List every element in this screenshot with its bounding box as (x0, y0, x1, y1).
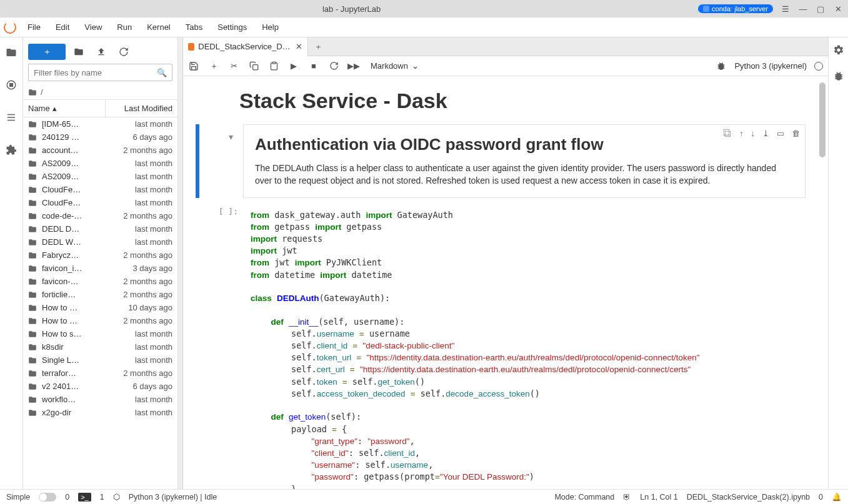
kernel-status-icon[interactable] (814, 62, 823, 71)
breadcrumb[interactable]: / (23, 85, 177, 99)
file-modified: 3 days ago (104, 264, 172, 273)
tab-active[interactable]: DEDL_StackService_Dask(2). ✕ (183, 37, 308, 56)
file-row[interactable]: 240129 …6 days ago (23, 131, 177, 144)
save-icon[interactable] (188, 61, 199, 72)
lsp-icon[interactable]: ⬡ (113, 492, 120, 502)
file-row[interactable]: AS2009…last month (23, 157, 177, 170)
file-row[interactable]: k8sdirlast month (23, 340, 177, 353)
refresh-button[interactable] (114, 44, 133, 60)
kernel-name[interactable]: Python 3 (ipykernel) (734, 61, 807, 71)
file-name: terrafor… (39, 368, 104, 378)
file-row[interactable]: DEDL D…last month (23, 222, 177, 235)
file-name: Single L… (39, 355, 104, 365)
copy-icon[interactable] (248, 61, 259, 72)
paste-icon[interactable] (268, 61, 279, 72)
minimize-icon[interactable]: ― (798, 4, 808, 14)
file-name: How to … (39, 303, 104, 312)
conda-env-pill[interactable]: conda: jlab_server (698, 4, 773, 13)
bug-icon[interactable] (716, 61, 727, 72)
file-row[interactable]: terrafor…2 months ago (23, 367, 177, 380)
folder-icon (28, 159, 39, 168)
file-row[interactable]: favicon_i…3 days ago (23, 262, 177, 275)
scrollbar[interactable] (819, 82, 826, 157)
code-editor[interactable]: from dask_gateway.auth import GatewayAut… (243, 204, 806, 489)
file-row[interactable]: forticlie…2 months ago (23, 288, 177, 301)
new-launcher-button[interactable]: ＋ (28, 44, 66, 60)
file-row[interactable]: code-de-…2 months ago (23, 209, 177, 222)
status-file[interactable]: DEDL_StackService_Dask(2).ipynb (687, 493, 810, 502)
menu-tabs[interactable]: Tabs (178, 17, 210, 37)
file-row[interactable]: [IDM-65…last month (23, 117, 177, 131)
cell-type-select[interactable]: Markdown ⌄ (371, 61, 419, 71)
upload-button[interactable] (92, 44, 111, 60)
file-row[interactable]: x2go-dirlast month (23, 406, 177, 419)
file-list[interactable]: [IDM-65…last month240129 …6 days agoacco… (23, 117, 177, 489)
shield-icon[interactable]: ⛨ (623, 493, 631, 502)
file-row[interactable]: workflo…last month (23, 393, 177, 406)
maximize-icon[interactable]: ▢ (816, 4, 826, 14)
folder-icon (28, 343, 39, 352)
cut-icon[interactable]: ✂ (228, 61, 239, 72)
status-kernel[interactable]: Python 3 (ipykernel) | Idle (129, 493, 217, 502)
move-down-icon[interactable]: ↓ (751, 129, 756, 138)
file-row[interactable]: account…2 months ago (23, 144, 177, 157)
file-row[interactable]: v2 2401…6 days ago (23, 380, 177, 393)
terminal-badge[interactable]: >_ (78, 493, 91, 502)
menu-file[interactable]: File (20, 17, 48, 37)
menu-edit[interactable]: Edit (48, 17, 77, 37)
gear-icon[interactable] (832, 44, 845, 56)
file-row[interactable]: Fabrycz…2 months ago (23, 249, 177, 262)
duplicate-icon[interactable]: ⿻ (724, 129, 732, 138)
file-row[interactable]: AS2009…last month (23, 170, 177, 183)
column-modified[interactable]: Last Modified (105, 100, 177, 117)
splitter[interactable] (178, 37, 183, 489)
insert-above-icon[interactable]: ⤓ (762, 129, 769, 138)
close-tab-icon[interactable]: ✕ (296, 42, 302, 51)
filter-input-wrap[interactable]: 🔍 (28, 64, 172, 81)
file-row[interactable]: How to …2 months ago (23, 314, 177, 327)
stop-icon[interactable]: ■ (308, 61, 319, 72)
file-modified: last month (104, 159, 172, 168)
column-name[interactable]: Name ▴ (23, 100, 105, 117)
menu-settings[interactable]: Settings (210, 17, 254, 37)
notebook-area[interactable]: Stack Service - Dask ▾ ⿻ ↑ ↓ ⤓ ▭ 🗑 Auth (183, 76, 828, 489)
file-row[interactable]: Single L…last month (23, 353, 177, 367)
insert-cell-icon[interactable]: ＋ (208, 61, 219, 72)
menu-run[interactable]: Run (109, 17, 139, 37)
filter-input[interactable] (34, 68, 157, 77)
menu-view[interactable]: View (77, 17, 109, 37)
hamburger-icon[interactable]: ☰ (781, 4, 791, 14)
file-name: x2go-dir (39, 408, 104, 417)
new-folder-button[interactable] (69, 44, 88, 60)
extensions-icon[interactable] (5, 144, 17, 156)
file-row[interactable]: How to s…last month (23, 327, 177, 340)
file-name: code-de-… (39, 211, 104, 220)
bell-icon[interactable]: 🔔 (832, 492, 842, 502)
code-cell[interactable]: [ ]: from dask_gateway.auth import Gatew… (196, 204, 806, 489)
file-row[interactable]: CloudFe…last month (23, 183, 177, 196)
run-icon[interactable]: ▶ (288, 61, 299, 72)
markdown-cell[interactable]: ▾ ⿻ ↑ ↓ ⤓ ▭ 🗑 Authentication via OIDC pa… (196, 124, 806, 198)
file-row[interactable]: favicon-…2 months ago (23, 275, 177, 288)
collapse-icon[interactable]: ▾ (229, 132, 233, 142)
toc-icon[interactable] (5, 111, 17, 124)
restart-run-all-icon[interactable]: ▶▶ (348, 61, 359, 72)
move-up-icon[interactable]: ↑ (739, 129, 744, 138)
file-row[interactable]: CloudFe…last month (23, 196, 177, 209)
insert-below-icon[interactable]: ▭ (777, 129, 784, 138)
running-icon[interactable] (5, 79, 17, 91)
delete-cell-icon[interactable]: 🗑 (792, 129, 800, 138)
file-row[interactable]: How to …10 days ago (23, 301, 177, 314)
debug-icon[interactable] (832, 70, 845, 82)
file-row[interactable]: DEDL W…last month (23, 235, 177, 249)
sort-asc-icon: ▴ (52, 104, 57, 113)
close-icon[interactable]: ✕ (833, 4, 843, 14)
svg-rect-0 (703, 6, 709, 12)
simple-toggle[interactable] (39, 493, 56, 502)
menu-help[interactable]: Help (254, 17, 286, 37)
folder-icon[interactable] (5, 46, 17, 59)
jupyter-logo[interactable] (0, 21, 20, 34)
menu-kernel[interactable]: Kernel (139, 17, 178, 37)
add-tab-button[interactable]: ＋ (308, 37, 329, 56)
restart-icon[interactable] (328, 61, 339, 72)
